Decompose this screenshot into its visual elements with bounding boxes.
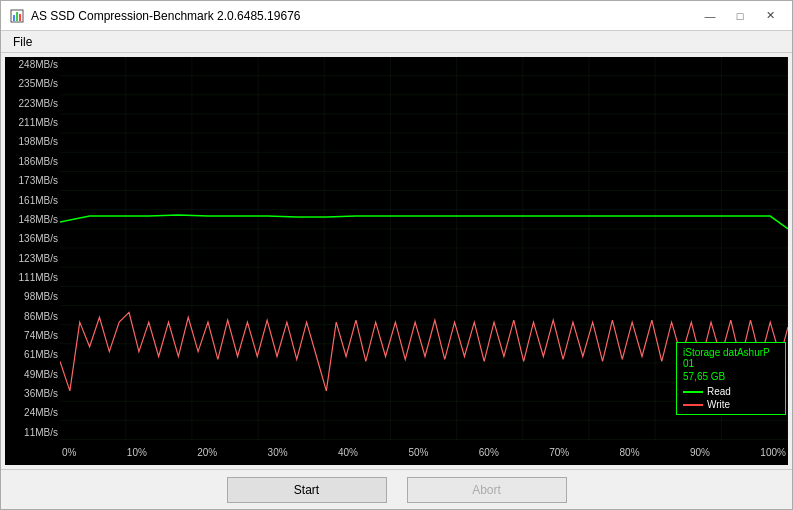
- x-label-1: 10%: [127, 447, 147, 458]
- tooltip-legend: Read Write: [683, 386, 779, 410]
- title-bar: AS SSD Compression-Benchmark 2.0.6485.19…: [1, 1, 792, 31]
- y-label-8: 148MB/s: [5, 214, 58, 225]
- read-label: Read: [707, 386, 731, 397]
- menu-bar: File: [1, 31, 792, 53]
- read-line-icon: [683, 391, 703, 393]
- legend-read: Read: [683, 386, 779, 397]
- y-label-13: 86MB/s: [5, 311, 58, 322]
- x-label-10: 100%: [760, 447, 786, 458]
- x-label-3: 30%: [268, 447, 288, 458]
- window-controls: — □ ✕: [696, 5, 784, 27]
- y-label-12: 98MB/s: [5, 291, 58, 302]
- chart-container: 248MB/s 235MB/s 223MB/s 211MB/s 198MB/s …: [5, 57, 788, 465]
- y-label-18: 24MB/s: [5, 407, 58, 418]
- y-label-19: 11MB/s: [5, 427, 58, 438]
- x-label-6: 60%: [479, 447, 499, 458]
- svg-rect-2: [16, 12, 18, 21]
- y-label-17: 36MB/s: [5, 388, 58, 399]
- y-label-9: 136MB/s: [5, 233, 58, 244]
- x-label-9: 90%: [690, 447, 710, 458]
- y-label-5: 186MB/s: [5, 156, 58, 167]
- y-label-10: 123MB/s: [5, 253, 58, 264]
- y-label-0: 248MB/s: [5, 59, 58, 70]
- main-window: AS SSD Compression-Benchmark 2.0.6485.19…: [0, 0, 793, 510]
- y-label-3: 211MB/s: [5, 117, 58, 128]
- legend-write: Write: [683, 399, 779, 410]
- menu-file[interactable]: File: [5, 33, 40, 51]
- svg-rect-1: [13, 15, 15, 21]
- close-button[interactable]: ✕: [756, 5, 784, 27]
- x-label-5: 50%: [408, 447, 428, 458]
- y-label-6: 173MB/s: [5, 175, 58, 186]
- maximize-button[interactable]: □: [726, 5, 754, 27]
- y-label-4: 198MB/s: [5, 136, 58, 147]
- x-label-7: 70%: [549, 447, 569, 458]
- window-title: AS SSD Compression-Benchmark 2.0.6485.19…: [31, 9, 696, 23]
- svg-rect-3: [19, 14, 21, 21]
- x-label-4: 40%: [338, 447, 358, 458]
- app-icon: [9, 8, 25, 24]
- y-label-2: 223MB/s: [5, 98, 58, 109]
- abort-button[interactable]: Abort: [407, 477, 567, 503]
- y-label-7: 161MB/s: [5, 195, 58, 206]
- tooltip-size: 57,65 GB: [683, 371, 779, 382]
- tooltip-title: iStorage datAshurP01: [683, 347, 779, 369]
- write-line-icon: [683, 404, 703, 406]
- x-axis-labels: 0% 10% 20% 30% 40% 50% 60% 70% 80% 90% 1…: [60, 440, 788, 465]
- y-label-14: 74MB/s: [5, 330, 58, 341]
- y-label-16: 49MB/s: [5, 369, 58, 380]
- x-label-8: 80%: [620, 447, 640, 458]
- x-label-2: 20%: [197, 447, 217, 458]
- bottom-bar: Start Abort: [1, 469, 792, 509]
- start-button[interactable]: Start: [227, 477, 387, 503]
- y-label-15: 61MB/s: [5, 349, 58, 360]
- y-axis-labels: 248MB/s 235MB/s 223MB/s 211MB/s 198MB/s …: [5, 57, 60, 440]
- x-label-0: 0%: [62, 447, 76, 458]
- minimize-button[interactable]: —: [696, 5, 724, 27]
- y-label-1: 235MB/s: [5, 78, 58, 89]
- y-label-11: 111MB/s: [5, 272, 58, 283]
- write-label: Write: [707, 399, 730, 410]
- tooltip: iStorage datAshurP01 57,65 GB Read Write: [676, 342, 786, 415]
